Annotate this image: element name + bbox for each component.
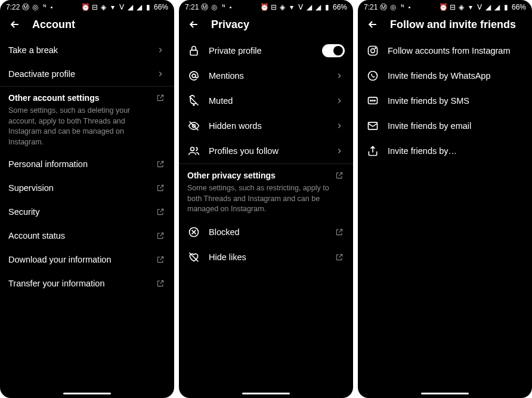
signal-icon: ◢ xyxy=(127,4,134,11)
status-bar: 7:21 Ⓜ ◎ ᴺ ⏰ ⊟ ◈ ▾ ᐯ ◢ ◢ ▮ 66% xyxy=(179,0,353,13)
alarm-icon: ⏰ xyxy=(82,4,89,11)
sync-icon: ⊟ xyxy=(91,4,98,11)
row-label: Private profile xyxy=(209,46,322,55)
external-link-icon xyxy=(155,183,166,193)
app-icon: Ⓜ xyxy=(201,4,208,11)
email-icon xyxy=(366,119,379,132)
sync-icon: ⊟ xyxy=(449,4,456,11)
row-label: Transfer your information xyxy=(8,279,155,288)
row-invite-email[interactable]: Invite friends by email xyxy=(358,113,532,138)
row-blocked[interactable]: Blocked xyxy=(179,220,353,245)
back-button[interactable] xyxy=(8,18,21,31)
row-label: Security xyxy=(8,207,155,217)
data-icon: ◈ xyxy=(279,4,286,11)
header: Follow and invite friends xyxy=(358,13,532,38)
muted-icon xyxy=(187,94,200,107)
row-invite-by[interactable]: Invite friends by… xyxy=(358,138,532,163)
signal-icon: ◢ xyxy=(494,4,501,11)
row-muted[interactable]: Muted xyxy=(179,88,353,113)
wifi-icon: ▾ xyxy=(109,4,116,11)
row-take-a-break[interactable]: Take a break xyxy=(0,38,174,62)
row-transfer-information[interactable]: Transfer your information xyxy=(0,271,174,295)
row-hide-likes[interactable]: Hide likes xyxy=(179,245,353,270)
sms-icon xyxy=(366,94,379,107)
hidden-icon xyxy=(187,119,200,132)
status-icons: ⏰ ⊟ ◈ ▾ ᐯ ◢ ◢ ▮ 66% xyxy=(82,3,168,11)
home-indicator[interactable] xyxy=(242,393,290,394)
section-title: Other account settings xyxy=(8,93,99,103)
lock-icon xyxy=(187,44,200,57)
privacy-screen: 7:21 Ⓜ ◎ ᴺ ⏰ ⊟ ◈ ▾ ᐯ ◢ ◢ ▮ 66% Privacy P… xyxy=(179,0,353,398)
sync-icon: ⊟ xyxy=(270,4,277,11)
status-time: 7:21 xyxy=(364,3,378,11)
row-hidden-words[interactable]: Hidden words xyxy=(179,113,353,138)
signal-icon: ◢ xyxy=(306,4,313,11)
external-link-icon xyxy=(334,252,345,263)
row-invite-whatsapp[interactable]: Invite friends by WhatsApp xyxy=(358,63,532,88)
row-label: Invite friends by email xyxy=(388,121,524,131)
home-indicator[interactable] xyxy=(63,393,111,394)
external-link-icon xyxy=(155,230,166,241)
app-icon: ◎ xyxy=(211,4,218,11)
row-label: Blocked xyxy=(209,227,334,237)
people-icon xyxy=(187,144,200,158)
header: Privacy xyxy=(179,13,353,38)
whatsapp-icon xyxy=(366,69,379,82)
svg-point-6 xyxy=(371,49,375,53)
chevron-right-icon xyxy=(334,95,345,106)
external-link-icon xyxy=(155,159,166,169)
external-link-icon xyxy=(334,227,345,237)
row-security[interactable]: Security xyxy=(0,200,174,224)
back-button[interactable] xyxy=(187,18,200,31)
row-label: Deactivate profile xyxy=(8,69,155,79)
row-label: Mentions xyxy=(209,71,334,81)
private-profile-toggle[interactable] xyxy=(322,44,345,57)
header: Account xyxy=(0,13,174,38)
app-icon: Ⓜ xyxy=(22,4,29,11)
page-title: Follow and invite friends xyxy=(390,18,516,31)
battery-pct: 66% xyxy=(512,3,526,11)
section-description: Some settings, such as restricting, appl… xyxy=(187,183,345,215)
row-supervision[interactable]: Supervision xyxy=(0,176,174,200)
other-privacy-settings-section: Other privacy settings Some settings, su… xyxy=(179,163,353,220)
app-icon: Ⓜ xyxy=(380,4,387,11)
svg-point-3 xyxy=(191,147,194,151)
row-mentions[interactable]: Mentions xyxy=(179,63,353,88)
data-icon: ◈ xyxy=(100,4,107,11)
voice-icon: ᐯ xyxy=(476,4,483,11)
more-dot-icon xyxy=(230,7,231,8)
row-label: Muted xyxy=(209,96,334,106)
row-personal-information[interactable]: Personal information xyxy=(0,152,174,176)
wifi-icon: ▾ xyxy=(288,4,295,11)
row-deactivate-profile[interactable]: Deactivate profile xyxy=(0,62,174,86)
hide-likes-icon xyxy=(187,251,200,264)
more-dot-icon xyxy=(409,7,410,8)
row-profiles-you-follow[interactable]: Profiles you follow xyxy=(179,138,353,163)
chevron-right-icon xyxy=(334,146,345,156)
row-private-profile[interactable]: Private profile xyxy=(179,38,353,63)
row-invite-sms[interactable]: Invite friends by SMS xyxy=(358,88,532,113)
home-indicator[interactable] xyxy=(421,393,469,394)
data-icon: ◈ xyxy=(458,4,465,11)
battery-pct: 66% xyxy=(154,3,168,11)
back-button[interactable] xyxy=(366,18,379,31)
voice-icon: ᐯ xyxy=(297,4,304,11)
svg-point-11 xyxy=(372,100,373,101)
external-link-icon xyxy=(155,254,166,265)
row-label: Profiles you follow xyxy=(209,146,334,156)
status-icons: ⏰ ⊟ ◈ ▾ ᐯ ◢ ◢ ▮ 66% xyxy=(440,3,526,11)
wifi-icon: ▾ xyxy=(467,4,474,11)
app-icon: ᴺ xyxy=(399,4,406,11)
row-download-information[interactable]: Download your information xyxy=(0,248,174,271)
account-screen: 7:22 Ⓜ ◎ ᴺ ⏰ ⊟ ◈ ▾ ᐯ ◢ ◢ ▮ 66% Account T… xyxy=(0,0,174,398)
page-title: Privacy xyxy=(211,18,249,31)
status-bar: 7:22 Ⓜ ◎ ᴺ ⏰ ⊟ ◈ ▾ ᐯ ◢ ◢ ▮ 66% xyxy=(0,0,174,13)
app-icon: ᴺ xyxy=(41,4,48,11)
chevron-right-icon xyxy=(334,121,345,131)
battery-icon: ▮ xyxy=(503,4,510,11)
row-follow-instagram[interactable]: Follow accounts from Instagram xyxy=(358,38,532,63)
row-label: Invite friends by… xyxy=(388,146,524,156)
row-account-status[interactable]: Account status xyxy=(0,224,174,248)
signal-icon: ◢ xyxy=(136,4,143,11)
alarm-icon: ⏰ xyxy=(261,4,268,11)
